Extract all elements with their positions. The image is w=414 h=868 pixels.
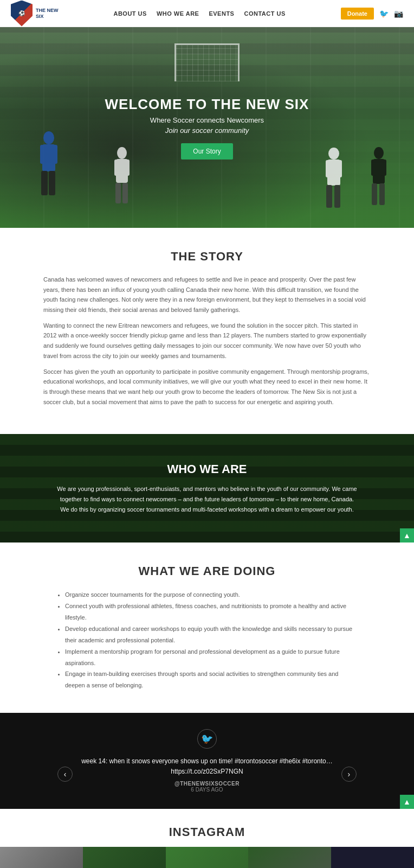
story-para-2: Wanting to connect the new Eritrean newc… bbox=[43, 321, 371, 361]
player-silhouette-4 bbox=[365, 146, 392, 217]
what-list: Organize soccer tournaments for the purp… bbox=[54, 589, 360, 691]
donate-button[interactable]: Donate bbox=[341, 8, 374, 20]
hero-title: WELCOME TO THE NEW SIX bbox=[105, 96, 309, 113]
svg-rect-16 bbox=[326, 160, 331, 177]
what-item-2: Connect youth with professional athletes… bbox=[65, 601, 360, 623]
svg-rect-2 bbox=[41, 171, 48, 195]
nav-about[interactable]: ABOUT US bbox=[113, 10, 146, 17]
instagram-section: INSTAGRAM ▶ ▶ bbox=[0, 809, 414, 868]
instagram-item-1[interactable] bbox=[0, 847, 83, 868]
story-section: THE STORY Canada has welcomed waves of n… bbox=[0, 228, 414, 434]
what-item-5: Engage in team-building exercises throug… bbox=[65, 668, 360, 691]
story-title: THE STORY bbox=[43, 250, 371, 264]
logo-shield: ⚽ bbox=[11, 1, 33, 27]
tweet-handle: @THENEWSIXSOCCER bbox=[81, 781, 333, 787]
nav-contact[interactable]: CONTACT US bbox=[244, 10, 285, 17]
our-story-button[interactable]: Our Story bbox=[181, 143, 232, 159]
svg-rect-14 bbox=[326, 185, 332, 208]
story-para-1: Canada has welcomed waves of newcomers a… bbox=[43, 275, 371, 315]
svg-rect-3 bbox=[49, 171, 55, 195]
what-section: WHAT WE ARE DOING Organize soccer tourna… bbox=[0, 542, 414, 713]
instagram-icon[interactable]: 📷 bbox=[394, 9, 403, 18]
player-silhouette-1 bbox=[33, 130, 65, 206]
tweet-time: 6 DAYS AGO bbox=[81, 787, 333, 793]
svg-rect-9 bbox=[122, 183, 128, 203]
hero-tagline1: Where Soccer connects Newcomers bbox=[105, 116, 309, 124]
svg-rect-8 bbox=[115, 183, 121, 203]
story-para-3: Soccer has given the youth an opportunit… bbox=[43, 367, 371, 407]
twitter-section: 🐦 ‹ week 14: when it snows everyone show… bbox=[0, 713, 414, 808]
svg-rect-15 bbox=[334, 185, 340, 208]
player-silhouette-3 bbox=[319, 146, 349, 217]
instagram-title: INSTAGRAM bbox=[0, 825, 414, 839]
what-item-1: Organize soccer tournaments for the purp… bbox=[65, 589, 360, 601]
tweet-content: week 14: when it snows everyone shows up… bbox=[81, 756, 333, 792]
what-title: WHAT WE ARE DOING bbox=[54, 564, 360, 578]
navigation: ⚽ THE NEWSIX ABOUT US WHO WE ARE EVENTS … bbox=[0, 0, 414, 27]
logo-text: THE NEWSIX bbox=[36, 8, 59, 20]
who-description: We are young professionals, sport-enthus… bbox=[55, 484, 359, 514]
what-item-3: Develop educational and career workshops… bbox=[65, 623, 360, 646]
svg-rect-10 bbox=[114, 159, 119, 176]
svg-rect-11 bbox=[125, 159, 130, 176]
svg-rect-17 bbox=[337, 160, 342, 177]
story-text: Canada has welcomed waves of newcomers a… bbox=[43, 275, 371, 407]
svg-rect-20 bbox=[372, 183, 377, 205]
scroll-up-twitter[interactable]: ▲ bbox=[400, 795, 414, 809]
tweet-prev-button[interactable]: ‹ bbox=[57, 767, 73, 782]
svg-rect-23 bbox=[381, 159, 386, 176]
hero-content: WELCOME TO THE NEW SIX Where Soccer conn… bbox=[105, 96, 309, 159]
instagram-item-4[interactable] bbox=[248, 847, 331, 868]
instagram-grid: ▶ ▶ FRIDAY! THE NEW SIX VS OPPONENT bbox=[0, 847, 414, 868]
nav-events[interactable]: EVENTS bbox=[209, 10, 234, 17]
hero-section: WELCOME TO THE NEW SIX Where Soccer conn… bbox=[0, 27, 414, 228]
logo[interactable]: ⚽ THE NEWSIX bbox=[11, 1, 59, 27]
hero-goal bbox=[174, 43, 240, 81]
nav-who[interactable]: WHO WE ARE bbox=[157, 10, 199, 17]
svg-point-12 bbox=[328, 148, 339, 159]
instagram-item-2[interactable]: ▶ bbox=[83, 847, 166, 868]
hero-tagline2: Join our soccer community bbox=[105, 126, 309, 135]
nav-right: Donate 🐦 📷 bbox=[341, 8, 403, 20]
twitter-icon[interactable]: 🐦 bbox=[379, 9, 389, 18]
who-section: WHO WE ARE We are young professionals, s… bbox=[0, 434, 414, 542]
scroll-up-button[interactable]: ▲ bbox=[400, 528, 414, 542]
svg-rect-22 bbox=[371, 159, 376, 176]
twitter-bird-icon: 🐦 bbox=[197, 729, 217, 749]
tweet-wrapper: ‹ week 14: when it snows everyone shows … bbox=[22, 756, 392, 792]
what-item-4: Implement a mentorship program for perso… bbox=[65, 646, 360, 669]
svg-rect-4 bbox=[40, 145, 46, 164]
instagram-item-3[interactable]: ▶ bbox=[166, 847, 249, 868]
tweet-text: week 14: when it snows everyone shows up… bbox=[81, 756, 333, 777]
svg-rect-5 bbox=[52, 145, 57, 164]
who-title: WHO WE ARE bbox=[167, 462, 247, 476]
nav-links: ABOUT US WHO WE ARE EVENTS CONTACT US bbox=[113, 10, 285, 17]
svg-point-0 bbox=[43, 131, 54, 144]
svg-rect-21 bbox=[379, 183, 385, 205]
tweet-next-button[interactable]: › bbox=[341, 767, 357, 782]
instagram-item-5[interactable]: FRIDAY! THE NEW SIX VS OPPONENT bbox=[331, 847, 414, 868]
svg-point-18 bbox=[374, 147, 384, 159]
